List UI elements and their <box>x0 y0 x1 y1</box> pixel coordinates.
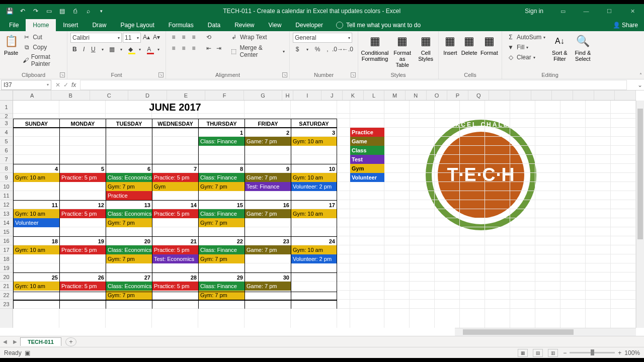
zoom-out-icon[interactable]: − <box>563 349 567 356</box>
cell[interactable]: SATURDAY <box>291 119 337 128</box>
tab-page-layout[interactable]: Page Layout <box>113 19 161 31</box>
cell[interactable] <box>59 218 106 227</box>
tab-review[interactable]: Review <box>227 19 261 31</box>
maximize-icon[interactable]: ☐ <box>598 4 621 18</box>
vertical-scrollbar[interactable] <box>636 101 644 328</box>
cell[interactable]: 16 <box>245 200 291 209</box>
sign-in-link[interactable]: Sign in <box>517 8 551 15</box>
cell[interactable] <box>106 263 152 273</box>
cell[interactable]: 9 <box>245 164 291 173</box>
ribbon-opts-icon[interactable]: ▭ <box>551 4 575 18</box>
cell[interactable]: Test: Finance <box>245 182 291 191</box>
cell[interactable]: 4 <box>13 164 59 173</box>
cell[interactable]: Practice: 5 pm <box>59 245 106 254</box>
cell[interactable]: FRIDAY <box>245 119 291 128</box>
row-head[interactable]: 20 <box>0 273 13 282</box>
row-head[interactable]: 9 <box>0 173 13 182</box>
cell[interactable] <box>291 300 337 309</box>
cell[interactable] <box>13 146 59 155</box>
col-head[interactable]: H <box>282 90 293 100</box>
col-head[interactable]: C <box>90 90 128 100</box>
col-head[interactable]: A <box>13 90 51 100</box>
cell[interactable] <box>152 137 198 146</box>
cell[interactable]: 15 <box>198 200 245 209</box>
col-head[interactable]: Q <box>468 90 490 100</box>
row-head[interactable]: 18 <box>0 254 13 263</box>
comma-icon[interactable]: , <box>323 45 332 54</box>
italic-button[interactable]: I <box>80 45 89 54</box>
cell[interactable]: 18 <box>13 236 59 245</box>
fx-icon[interactable]: fx <box>71 81 76 88</box>
cell[interactable]: Gym: 10 am <box>291 245 337 254</box>
cell[interactable] <box>291 146 337 155</box>
preview-icon[interactable]: ⌕ <box>83 6 94 17</box>
cell[interactable]: 22 <box>198 236 245 245</box>
number-format-select[interactable]: General▾ <box>293 33 352 43</box>
decrease-indent-icon[interactable]: ⇤ <box>204 44 213 53</box>
cell[interactable]: 8 <box>198 164 245 173</box>
cell[interactable]: 28 <box>152 273 198 282</box>
cell[interactable]: Class: Finance <box>198 173 245 182</box>
cell[interactable]: 12 <box>59 200 106 209</box>
cell[interactable] <box>291 191 337 200</box>
cell[interactable] <box>291 291 337 292</box>
row-head[interactable]: 8 <box>0 164 13 173</box>
cell[interactable] <box>245 191 291 200</box>
tab-developer[interactable]: Developer <box>288 19 330 31</box>
zoom-in-icon[interactable]: + <box>618 349 621 356</box>
col-head[interactable]: J <box>321 90 343 100</box>
font-size-select[interactable]: 11▾ <box>123 33 141 43</box>
row-head[interactable]: 16 <box>0 236 13 245</box>
col-head[interactable]: D <box>128 90 167 100</box>
tab-formulas[interactable]: Formulas <box>162 19 201 31</box>
col-head[interactable]: P <box>447 90 468 100</box>
col-head[interactable]: M <box>384 90 406 100</box>
cell[interactable] <box>13 182 59 191</box>
zoom-level[interactable]: 100% <box>624 349 640 356</box>
tab-nav-next-icon[interactable]: ▶ <box>10 339 20 344</box>
cell[interactable]: Gym: 7 pm <box>198 182 245 191</box>
cell[interactable]: Practice: 5 pm <box>152 282 198 291</box>
cell[interactable] <box>106 300 152 309</box>
col-head[interactable]: E <box>167 90 205 100</box>
cell[interactable] <box>291 282 337 291</box>
cell[interactable]: Class: Economics <box>106 282 152 291</box>
cell[interactable]: Gym <box>152 182 198 191</box>
autosum-button[interactable]: ΣAutoSum ▾ <box>505 33 547 42</box>
col-head[interactable]: N <box>406 90 427 100</box>
cell[interactable]: 21 <box>152 236 198 245</box>
align-center-icon[interactable]: ≡ <box>179 44 188 53</box>
cell[interactable]: Gym: 7 pm <box>198 254 245 263</box>
cell[interactable] <box>152 191 198 200</box>
cell[interactable]: 5 <box>59 164 106 173</box>
normal-view-icon[interactable]: ▦ <box>518 349 528 357</box>
orientation-icon[interactable]: ⟲ <box>204 33 213 42</box>
copy-button[interactable]: ⧉Copy <box>21 43 64 52</box>
cell[interactable]: Game: 7 pm <box>245 282 291 291</box>
bold-button[interactable]: B <box>70 45 79 54</box>
new-sheet-button[interactable]: + <box>65 337 76 346</box>
cell[interactable] <box>13 191 59 200</box>
cell[interactable]: Gym: 10 am <box>13 282 59 291</box>
col-head[interactable]: I <box>293 90 322 100</box>
cell[interactable] <box>13 254 59 263</box>
col-head[interactable]: K <box>343 90 364 100</box>
cell[interactable] <box>106 128 152 137</box>
cell[interactable] <box>152 263 198 273</box>
shrink-font-icon[interactable]: A▾ <box>152 33 161 42</box>
fill-button[interactable]: ▼Fill ▾ <box>505 43 547 52</box>
cell[interactable]: Gym: 10 am <box>291 173 337 182</box>
cell[interactable] <box>198 146 245 155</box>
cell[interactable] <box>13 155 59 164</box>
cell[interactable]: Class: Finance <box>198 245 245 254</box>
cell[interactable]: Volunteer <box>13 218 59 227</box>
format-painter-button[interactable]: 🖌Format Painter <box>21 53 64 68</box>
currency-icon[interactable]: $ <box>293 45 302 54</box>
cell[interactable] <box>198 300 245 309</box>
increase-indent-icon[interactable]: ⇥ <box>214 44 223 53</box>
align-middle-icon[interactable]: ≡ <box>179 33 188 42</box>
cell[interactable] <box>106 137 152 146</box>
cell[interactable] <box>245 146 291 155</box>
cell[interactable]: THURSDAY <box>198 119 245 128</box>
percent-icon[interactable]: % <box>313 45 322 54</box>
